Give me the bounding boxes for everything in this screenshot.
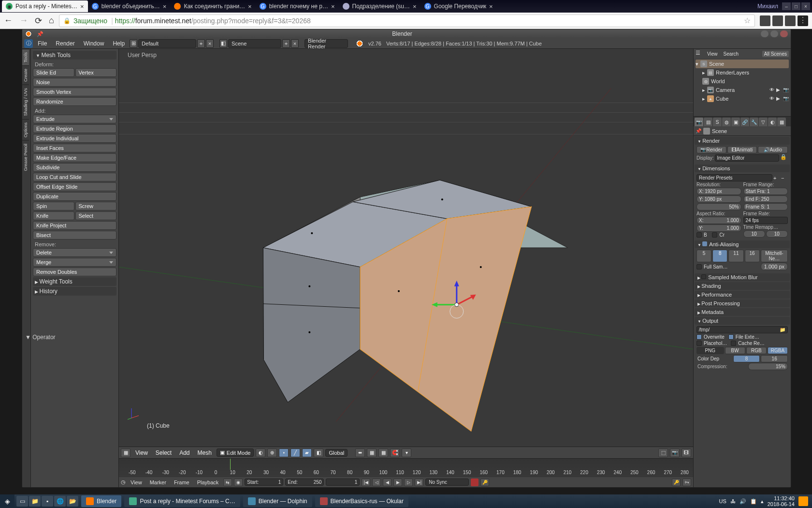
overwrite-checkbox[interactable] — [696, 334, 702, 340]
close-icon[interactable] — [780, 30, 788, 37]
taskbar-item-browser[interactable]: Post a reply - Minetest Forums – C… — [124, 495, 240, 507]
screen-layout-select[interactable]: Default — [138, 39, 196, 48]
aa-16-button[interactable]: 16 — [745, 250, 760, 262]
noise-button[interactable]: Noise — [33, 78, 116, 87]
randomize-button[interactable]: Randomize — [33, 97, 116, 106]
browser-tab[interactable]: Gblender почему не р…× — [256, 0, 339, 12]
snap-toggle[interactable]: 🧲 — [390, 448, 400, 457]
cursor-icon[interactable]: ▶ — [776, 87, 782, 93]
close-icon[interactable]: × — [489, 3, 493, 10]
keyboard-layout-indicator[interactable]: US — [719, 498, 726, 504]
menu-help[interactable]: Help — [109, 40, 129, 47]
opengl-render-icon[interactable]: 📷 — [670, 448, 680, 457]
texture-tab-icon[interactable]: ▦ — [777, 118, 786, 126]
border-checkbox[interactable] — [696, 232, 702, 238]
editor-type-icon[interactable]: ◷ — [121, 479, 126, 485]
3d-view[interactable]: User Persp — [119, 49, 693, 447]
full-sample-checkbox[interactable] — [696, 264, 702, 269]
jump-end-icon[interactable]: ▶| — [415, 478, 423, 486]
menu-select[interactable]: Select — [153, 449, 174, 456]
range-icon[interactable]: ⇆ — [223, 478, 232, 486]
blender-titlebar[interactable]: 📌 Blender — [22, 30, 791, 38]
filter-size-field[interactable]: 1.000 px — [761, 263, 788, 270]
taskbar-item-okular[interactable]: BlenderBasics-rus — Okular — [315, 495, 408, 507]
offset-edge-slide-button[interactable]: Offset Edge Slide — [33, 182, 116, 191]
render-engine-select[interactable]: Blender Render — [304, 39, 348, 48]
output-path-field[interactable]: /tmp/📁 — [696, 326, 788, 333]
terminal-icon[interactable]: ▪ — [42, 496, 53, 507]
extension-icon[interactable] — [760, 15, 770, 26]
menu-render[interactable]: Render — [52, 40, 78, 47]
bookmark-star-icon[interactable]: ☆ — [744, 16, 751, 25]
placeholders-checkbox[interactable] — [696, 341, 702, 346]
snap-element-icon[interactable]: ▾ — [402, 448, 411, 457]
modifier-tab-icon[interactable]: 🔧 — [750, 118, 758, 126]
old-frames-field[interactable]: 10 — [743, 230, 765, 238]
eye-icon[interactable]: 👁 — [769, 87, 775, 93]
vertex-slide-button[interactable]: Vertex — [75, 68, 117, 77]
layout-del-button[interactable]: × — [206, 39, 214, 48]
menu-add[interactable]: Add — [176, 449, 192, 456]
res-y-field[interactable]: Y: 1080 px — [696, 195, 741, 203]
browser-tab[interactable]: Gblender объединить…× — [88, 0, 171, 12]
sync-mode-select[interactable]: No Sync — [425, 478, 469, 486]
manipulator-toggle[interactable]: ⬌ — [355, 448, 365, 457]
object-tab-icon[interactable]: ▣ — [731, 118, 740, 126]
tl-menu-playback[interactable]: Playback — [194, 479, 222, 485]
subdivide-button[interactable]: Subdivide — [33, 163, 116, 172]
compression-field[interactable]: 15% — [748, 363, 788, 370]
extension-icon[interactable] — [772, 15, 783, 26]
bw-button[interactable]: BW — [725, 347, 745, 354]
aa-11-button[interactable]: 11 — [728, 250, 743, 262]
depth-8-button[interactable]: 8 — [733, 355, 760, 362]
pivot-icon[interactable]: ⊕ — [267, 448, 277, 457]
mesh-tools-header[interactable]: Mesh Tools — [33, 51, 116, 60]
tl-menu-view[interactable]: View — [128, 479, 145, 485]
aspect-x-field[interactable]: X:1.000 — [696, 217, 741, 224]
extension-icon[interactable] — [785, 15, 796, 26]
display-select[interactable]: Image Editor — [715, 154, 779, 162]
playhead[interactable] — [230, 459, 231, 470]
outliner-world[interactable]: ◍World — [696, 77, 789, 86]
toolshelf-tab-create[interactable]: Create — [22, 65, 29, 85]
inset-faces-button[interactable]: Inset Faces — [33, 144, 116, 152]
history-panel[interactable]: History — [33, 287, 116, 296]
lock-ui-icon[interactable]: 🔒 — [780, 154, 788, 162]
depth-16-button[interactable]: 16 — [761, 355, 788, 362]
taskbar-item-dolphin[interactable]: Blender — Dolphin — [243, 495, 312, 507]
world-tab-icon[interactable]: ◍ — [722, 118, 731, 126]
edge-slide-button[interactable]: Slide Ed — [33, 68, 74, 77]
outliner-search[interactable]: Search — [722, 51, 741, 57]
close-icon[interactable]: × — [163, 3, 167, 10]
pin-icon[interactable]: 📌 — [37, 31, 44, 37]
forward-icon[interactable]: → — [19, 15, 28, 26]
reload-icon[interactable]: ⟳ — [35, 15, 42, 26]
play-icon[interactable]: ▶ — [393, 478, 402, 486]
layer-button[interactable]: ▦ — [378, 448, 388, 457]
fps-select[interactable]: 24 fps — [743, 217, 788, 224]
remove-preset-icon[interactable]: − — [781, 175, 788, 181]
cursor-icon[interactable]: ▶ — [776, 96, 782, 102]
minimize-icon[interactable]: – — [782, 2, 791, 10]
all-scenes-select[interactable]: All Scenes — [762, 51, 789, 57]
eye-icon[interactable]: 👁 — [769, 96, 775, 102]
file-manager-icon[interactable]: 📁 — [29, 496, 41, 507]
close-icon[interactable]: × — [331, 3, 335, 10]
scene-browse-icon[interactable]: ◧ — [219, 39, 227, 48]
scene-select[interactable]: Scene — [228, 39, 281, 48]
pin-icon[interactable]: 📌 — [696, 128, 701, 134]
data-tab-icon[interactable]: ▽ — [759, 118, 768, 126]
timeline-track[interactable]: -50-40-30-20-100102030405060708090100110… — [119, 459, 693, 477]
frame-current-field[interactable]: 1 — [326, 478, 360, 486]
menu-view[interactable]: View — [132, 449, 151, 456]
editor-type-icon[interactable]: ▦ — [121, 448, 130, 457]
keying-set-icon[interactable]: 🔑 — [480, 478, 489, 486]
toolshelf-tab-shading[interactable]: Shading / UVs — [22, 85, 29, 119]
jump-start-icon[interactable]: |◀ — [362, 478, 370, 486]
operator-panel-header[interactable]: ▼ Operator — [25, 334, 56, 341]
scene-tab-icon[interactable]: S — [713, 118, 722, 126]
browser-icon[interactable]: 🌐 — [54, 496, 66, 507]
menu-file[interactable]: File — [34, 40, 51, 47]
keyframe-prev-icon[interactable]: ◁ — [372, 478, 381, 486]
render-button[interactable]: 📷Render — [696, 146, 726, 153]
